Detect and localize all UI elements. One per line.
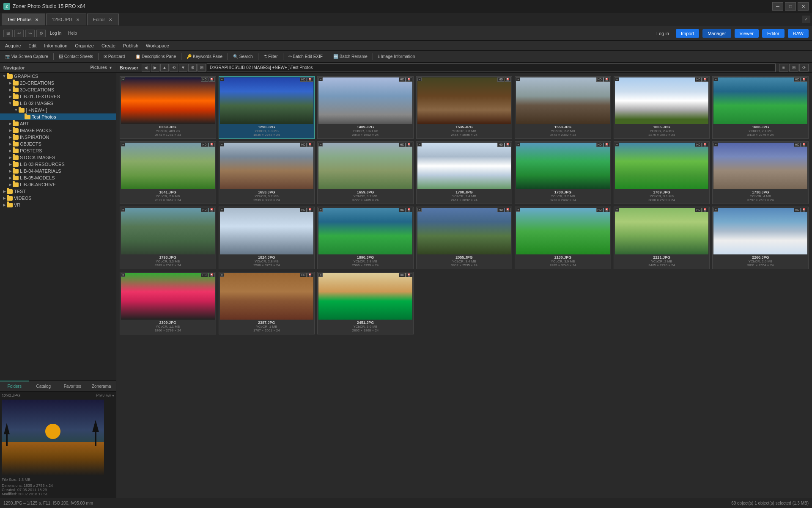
thumbnail-item[interactable]: ≡HD🎴1890.JPGYCbCR, 2.8 MB2506 × 3759 × 2… [317,207,414,269]
thumbnail-item[interactable]: ≡HD🎴1659.JPGYCbCR, 3.2 MB3727 × 2485 × 2… [317,141,414,204]
view-refresh-btn[interactable]: ⟳ [799,64,809,72]
maximize-button[interactable]: □ [785,2,796,11]
toolbar-icon-2[interactable]: ↩ [14,30,24,37]
btn-batch-edit-exif[interactable]: ✏ Batch Edit EXIF [286,53,325,60]
tree-item--new-[interactable]: ▼[ +NEW+ ] [0,107,116,113]
btn-search[interactable]: 🔍 Search [230,53,255,60]
thumbnail-item[interactable]: ≡HD🎴2055.JPGYCbCR, 3.4 MB3802 × 2535 × 2… [416,207,513,269]
nav-grid-toggle[interactable]: ⊞ [198,64,206,72]
btn-postcard[interactable]: ✉ Postcard [101,53,127,60]
tree-item-vr[interactable]: ▶VR [0,202,116,208]
tab-test-photos[interactable]: Test Photos ✕ [2,14,45,25]
tree-item-objects[interactable]: ▶OBJECTS [0,141,116,147]
settings-label[interactable]: Log in [47,30,64,36]
tab-editor[interactable]: Editor ✕ [87,14,119,25]
menu-edit[interactable]: Edit [25,42,40,49]
btn-image-information[interactable]: ℹ Image Information [376,53,417,60]
thumbnail-item[interactable]: ≡HD🎴1700.JPGYCbCR, 2.4 MB2461 × 3692 × 2… [416,141,513,204]
tree-item-test-photos[interactable]: Test Photos [0,113,116,120]
tree-item-lib-04-materials[interactable]: ▶LIB-04-MATERIALS [0,168,116,174]
raw-button[interactable]: RAW [788,29,809,38]
minimize-button[interactable]: ─ [772,2,783,11]
tab-close-icon[interactable]: ✕ [107,17,113,22]
menu-publish[interactable]: Publish [120,42,142,49]
tree-item-stock-images[interactable]: ▶STOCK IMAGES [0,154,116,161]
tree-item-graphics[interactable]: ▼GRAPHICS [0,73,116,80]
tree-item-inspiration[interactable]: ▶INSPIRATION [0,134,116,141]
tree-item-test[interactable]: ▶TEST [0,188,116,195]
toolbar-icon-3[interactable]: ↪ [25,30,35,37]
tab-catalog[interactable]: Catalog [29,381,58,391]
close-button[interactable]: ✕ [798,2,809,11]
menu-organize[interactable]: Organize [71,42,97,49]
thumbnail-item[interactable]: ≡HD🎴1824.JPGYCbCR, 2.8 MB2506 × 3759 × 2… [219,207,315,269]
tree-item-art[interactable]: ▶ART [0,120,116,127]
thumbnail-item[interactable]: ≡HD🎴0259.JPGYCbCR, 489 kB2671 × 1781 × 2… [120,76,216,139]
address-bar[interactable] [207,64,776,72]
menu-create[interactable]: Create [98,42,119,49]
preview-toggle[interactable]: Preview ▾ [96,393,114,398]
pictures-dropdown[interactable]: ▼ [109,66,112,70]
thumbnail-item[interactable]: ≡HD🎴1738.JPGYCbCR, 4 MB3797 × 2531 × 24 [712,141,809,204]
view-list-btn[interactable]: ≡ [779,64,788,72]
tree-item-image-packs[interactable]: ▶IMAGE PACKS [0,127,116,134]
thumbnail-item[interactable]: ≡HD🎴1709.JPGYCbCR, 3.1 MB3808 × 2539 × 2… [614,141,710,204]
tab-close-icon[interactable]: ✕ [75,17,81,22]
thumbnail-item[interactable]: ≡HD🎴1708.JPGYCbCR, 3.2 MB3723 × 2482 × 2… [515,141,611,204]
thumbnail-item[interactable]: ≡HD🎴1653.JPGYCbCR, 3.2 MB2539 × 3808 × 2… [219,141,315,204]
view-grid-btn[interactable]: ⊞ [789,64,798,72]
thumbnail-item[interactable]: ≡HD🎴2130.JPGYCbCR, 3.9 MB2495 × 3743 × 2… [515,207,611,269]
nav-dropdown[interactable]: ▼ [179,64,187,72]
tree-item-3d-creations[interactable]: ▶3D-CREATIONS [0,86,116,93]
nav-up[interactable]: ▲ [160,64,169,72]
btn-filter[interactable]: ⚗ Filter [261,53,280,60]
thumbnail-item[interactable]: ≡HD🎴2451.JPGYCbCR, 3.6 MB2802 × 1868 × 2… [317,272,414,334]
btn-batch-rename[interactable]: 🔤 Batch Rename [331,53,370,60]
toolbar-icon-1[interactable]: ⊞ [3,30,13,37]
thumbnail-item[interactable]: ≡HD🎴1290.JPGYCbCR, 1.3 MB1835 × 2753 × 2… [219,76,315,139]
tree-item-lib-02-images[interactable]: ▼LIB-02-IMAGES [0,100,116,107]
nav-refresh[interactable]: ⟲ [170,64,178,72]
thumbnail-item[interactable]: ≡HD🎴2260.JPGYCbCR, 2.6 MB3831 × 2554 × 2… [712,207,809,269]
tree-item-videos[interactable]: ▶VIDEOS [0,195,116,202]
btn-descriptions-pane[interactable]: 📋 Descriptions Pane [133,53,178,60]
editor-button[interactable]: Editor [762,29,785,38]
tab-zonerama[interactable]: Zonerama [87,381,116,391]
thumbnail-item[interactable]: ≡HD🎴2387.JPGYCbCR, 1 MB1707 × 2561 × 24 [219,272,315,334]
thumbnail-item[interactable]: ≡HD🎴1605.JPGYCbCR, 2.4 MB2375 × 3562 × 2… [614,76,710,139]
menu-information[interactable]: Information [41,42,71,49]
btn-keywords-pane[interactable]: 🔑 Keywords Pane [184,53,225,60]
import-button[interactable]: Import [676,29,699,38]
tab-confirm-icon[interactable]: ✓ [802,16,810,23]
tree-item-posters[interactable]: ▶POSTERS [0,147,116,154]
thumbnail-item[interactable]: ≡HD🎴1606.JPGYCbCR, 2.1 MB3419 × 2279 × 2… [712,76,809,139]
thumbnail-item[interactable]: ≡HD🎴2309.JPGYCbCR, 1.1 MB1866 × 2799 × 2… [120,272,216,334]
tab-close-icon[interactable]: ✕ [34,17,40,22]
thumbnail-item[interactable]: ≡HD🎴1553.JPGYCbCR, 2.2 MB3573 × 2382 × 2… [515,76,611,139]
manager-button[interactable]: Manager [702,29,731,38]
log-in-button[interactable]: Log in [653,29,672,38]
tree-item-2d-creations[interactable]: ▶2D-CREATIONS [0,80,116,86]
settings-button[interactable]: ⚙ [36,30,46,37]
nav-forward[interactable]: ▶ [151,64,159,72]
nav-options[interactable]: ⚙ [188,64,197,72]
tree-item-lib-03-resources[interactable]: ▶LIB-03-RESOURCES [0,161,116,168]
tree-item-lib-05-models[interactable]: ▶LIB-05-MODELS [0,174,116,181]
thumbnail-item[interactable]: ≡HD🎴2221.JPGYCbCR, 2 MB3405 × 2270 × 24 [614,207,710,269]
thumbnail-item[interactable]: ≡HD🎴1535.JPGYCbCR, 2.6 MB2464 × 3696 × 2… [416,76,513,139]
viewer-button[interactable]: Viewer [735,29,759,38]
menu-workspace[interactable]: Workspace [143,42,173,49]
tree-item-lib-06-archive[interactable]: ▶LIB-06-ARCHIVE [0,181,116,188]
thumbnail-item[interactable]: ≡HD🎴1409.JPGYCbCR, 1021 kB2848 × 1602 × … [317,76,414,139]
help-label[interactable]: Help [66,30,80,36]
tab-folders[interactable]: Folders [0,381,29,391]
tree-item-lib-01-textures[interactable]: ▶LIB-01-TEXTURES [0,93,116,100]
nav-back[interactable]: ◀ [142,64,150,72]
tab-1290jpg[interactable]: 1290.JPG ✕ [46,14,86,25]
menu-acquire[interactable]: Acquire [2,42,24,49]
thumbnail-item[interactable]: ≡HD🎴1641.JPGYCbCR, 2.6 MB2311 × 3467 × 2… [120,141,216,204]
tab-favorites[interactable]: Favorites [58,381,87,391]
thumbnail-item[interactable]: ≡HD🎴1793.JPGYCbCR, 3.3 MB3783 × 2522 × 2… [120,207,216,269]
btn-contact-sheets[interactable]: 🖼 Contact Sheets [56,53,96,60]
btn-screen-capture[interactable]: 📷 Via Screen Capture [3,53,51,60]
